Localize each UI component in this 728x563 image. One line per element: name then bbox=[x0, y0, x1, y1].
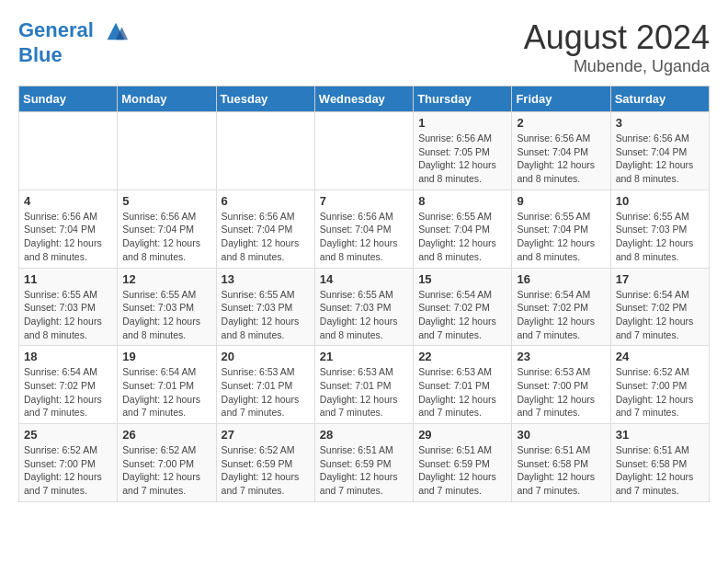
calendar-cell: 25Sunrise: 6:52 AM Sunset: 7:00 PM Dayli… bbox=[19, 424, 118, 502]
logo: General Blue bbox=[18, 18, 129, 66]
day-number: 23 bbox=[517, 350, 605, 363]
day-info: Sunrise: 6:54 AM Sunset: 7:02 PM Dayligh… bbox=[616, 288, 704, 342]
calendar-cell: 8Sunrise: 6:55 AM Sunset: 7:04 PM Daylig… bbox=[414, 190, 512, 268]
day-info: Sunrise: 6:56 AM Sunset: 7:04 PM Dayligh… bbox=[122, 210, 210, 264]
day-number: 16 bbox=[517, 272, 605, 286]
day-number: 30 bbox=[517, 428, 605, 442]
col-header-thursday: Thursday bbox=[414, 86, 512, 112]
week-row-2: 4Sunrise: 6:56 AM Sunset: 7:04 PM Daylig… bbox=[19, 190, 710, 268]
calendar-cell: 13Sunrise: 6:55 AM Sunset: 7:03 PM Dayli… bbox=[216, 268, 314, 346]
day-info: Sunrise: 6:52 AM Sunset: 6:59 PM Dayligh… bbox=[222, 443, 310, 498]
calendar-cell bbox=[118, 112, 216, 190]
calendar-cell: 11Sunrise: 6:55 AM Sunset: 7:03 PM Dayli… bbox=[19, 268, 118, 346]
col-header-saturday: Saturday bbox=[610, 86, 709, 112]
calendar-table: SundayMondayTuesdayWednesdayThursdayFrid… bbox=[18, 86, 710, 502]
calendar-cell bbox=[216, 112, 314, 190]
calendar-cell: 17Sunrise: 6:54 AM Sunset: 7:02 PM Dayli… bbox=[610, 268, 709, 346]
day-number: 5 bbox=[122, 194, 210, 208]
calendar-cell: 31Sunrise: 6:51 AM Sunset: 6:58 PM Dayli… bbox=[610, 424, 709, 502]
calendar-cell: 24Sunrise: 6:52 AM Sunset: 7:00 PM Dayli… bbox=[610, 346, 709, 424]
day-info: Sunrise: 6:54 AM Sunset: 7:02 PM Dayligh… bbox=[418, 288, 506, 342]
calendar-cell: 22Sunrise: 6:53 AM Sunset: 7:01 PM Dayli… bbox=[414, 346, 512, 424]
day-info: Sunrise: 6:55 AM Sunset: 7:04 PM Dayligh… bbox=[418, 210, 506, 264]
day-number: 29 bbox=[418, 428, 506, 442]
day-number: 12 bbox=[122, 272, 210, 286]
calendar-cell: 23Sunrise: 6:53 AM Sunset: 7:00 PM Dayli… bbox=[512, 346, 610, 424]
day-number: 11 bbox=[24, 272, 112, 286]
main-title: August 2024 bbox=[524, 18, 710, 57]
day-number: 14 bbox=[320, 272, 408, 286]
logo-blue: Blue bbox=[18, 43, 63, 66]
calendar-cell: 27Sunrise: 6:52 AM Sunset: 6:59 PM Dayli… bbox=[216, 424, 314, 502]
col-header-wednesday: Wednesday bbox=[314, 86, 413, 112]
day-info: Sunrise: 6:55 AM Sunset: 7:03 PM Dayligh… bbox=[222, 288, 310, 342]
week-row-3: 11Sunrise: 6:55 AM Sunset: 7:03 PM Dayli… bbox=[19, 268, 710, 346]
day-number: 26 bbox=[122, 428, 210, 442]
day-info: Sunrise: 6:55 AM Sunset: 7:03 PM Dayligh… bbox=[122, 288, 210, 342]
calendar-cell: 16Sunrise: 6:54 AM Sunset: 7:02 PM Dayli… bbox=[512, 268, 610, 346]
day-info: Sunrise: 6:53 AM Sunset: 7:01 PM Dayligh… bbox=[320, 365, 408, 419]
col-header-tuesday: Tuesday bbox=[216, 86, 314, 112]
week-row-4: 18Sunrise: 6:54 AM Sunset: 7:02 PM Dayli… bbox=[19, 346, 710, 424]
calendar-cell: 19Sunrise: 6:54 AM Sunset: 7:01 PM Dayli… bbox=[118, 346, 216, 424]
col-header-sunday: Sunday bbox=[19, 86, 118, 112]
logo-general: General bbox=[18, 18, 94, 41]
calendar-cell: 29Sunrise: 6:51 AM Sunset: 6:59 PM Dayli… bbox=[414, 424, 512, 502]
calendar-cell: 28Sunrise: 6:51 AM Sunset: 6:59 PM Dayli… bbox=[314, 424, 413, 502]
day-number: 18 bbox=[24, 350, 112, 363]
page-header: General Blue August 2024 Mubende, Uganda bbox=[18, 18, 710, 76]
calendar-cell: 12Sunrise: 6:55 AM Sunset: 7:03 PM Dayli… bbox=[118, 268, 216, 346]
calendar-cell: 1Sunrise: 6:56 AM Sunset: 7:05 PM Daylig… bbox=[414, 112, 512, 190]
day-number: 21 bbox=[320, 350, 408, 363]
day-number: 10 bbox=[616, 194, 704, 208]
calendar-cell: 14Sunrise: 6:55 AM Sunset: 7:03 PM Dayli… bbox=[314, 268, 413, 346]
calendar-header-row: SundayMondayTuesdayWednesdayThursdayFrid… bbox=[19, 86, 710, 112]
week-row-5: 25Sunrise: 6:52 AM Sunset: 7:00 PM Dayli… bbox=[19, 424, 710, 502]
day-number: 31 bbox=[616, 428, 704, 442]
day-number: 3 bbox=[616, 116, 704, 130]
week-row-1: 1Sunrise: 6:56 AM Sunset: 7:05 PM Daylig… bbox=[19, 112, 710, 190]
logo-icon bbox=[103, 18, 129, 44]
day-number: 2 bbox=[517, 116, 605, 130]
day-info: Sunrise: 6:54 AM Sunset: 7:02 PM Dayligh… bbox=[24, 365, 112, 419]
col-header-friday: Friday bbox=[512, 86, 610, 112]
day-info: Sunrise: 6:56 AM Sunset: 7:05 PM Dayligh… bbox=[418, 132, 506, 186]
day-number: 4 bbox=[24, 194, 112, 208]
calendar-cell: 5Sunrise: 6:56 AM Sunset: 7:04 PM Daylig… bbox=[118, 190, 216, 268]
calendar-cell: 4Sunrise: 6:56 AM Sunset: 7:04 PM Daylig… bbox=[19, 190, 118, 268]
day-info: Sunrise: 6:56 AM Sunset: 7:04 PM Dayligh… bbox=[24, 210, 112, 264]
calendar-cell: 21Sunrise: 6:53 AM Sunset: 7:01 PM Dayli… bbox=[314, 346, 413, 424]
day-info: Sunrise: 6:51 AM Sunset: 6:59 PM Dayligh… bbox=[418, 443, 506, 498]
day-number: 20 bbox=[222, 350, 310, 363]
calendar-cell: 18Sunrise: 6:54 AM Sunset: 7:02 PM Dayli… bbox=[19, 346, 118, 424]
day-info: Sunrise: 6:56 AM Sunset: 7:04 PM Dayligh… bbox=[222, 210, 310, 264]
day-info: Sunrise: 6:51 AM Sunset: 6:58 PM Dayligh… bbox=[517, 443, 605, 498]
calendar-cell: 20Sunrise: 6:53 AM Sunset: 7:01 PM Dayli… bbox=[216, 346, 314, 424]
day-info: Sunrise: 6:52 AM Sunset: 7:00 PM Dayligh… bbox=[616, 365, 704, 419]
calendar-cell: 7Sunrise: 6:56 AM Sunset: 7:04 PM Daylig… bbox=[314, 190, 413, 268]
day-info: Sunrise: 6:51 AM Sunset: 6:59 PM Dayligh… bbox=[320, 443, 408, 498]
day-number: 1 bbox=[418, 116, 506, 130]
day-info: Sunrise: 6:55 AM Sunset: 7:04 PM Dayligh… bbox=[517, 210, 605, 264]
day-info: Sunrise: 6:54 AM Sunset: 7:02 PM Dayligh… bbox=[517, 288, 605, 342]
day-info: Sunrise: 6:52 AM Sunset: 7:00 PM Dayligh… bbox=[122, 443, 210, 498]
day-info: Sunrise: 6:52 AM Sunset: 7:00 PM Dayligh… bbox=[24, 443, 112, 498]
day-number: 27 bbox=[222, 428, 310, 442]
day-number: 13 bbox=[222, 272, 310, 286]
day-number: 28 bbox=[320, 428, 408, 442]
day-info: Sunrise: 6:53 AM Sunset: 7:00 PM Dayligh… bbox=[517, 365, 605, 419]
title-block: August 2024 Mubende, Uganda bbox=[524, 18, 710, 76]
day-number: 24 bbox=[616, 350, 704, 363]
day-info: Sunrise: 6:55 AM Sunset: 7:03 PM Dayligh… bbox=[616, 210, 704, 264]
day-number: 19 bbox=[122, 350, 210, 363]
day-info: Sunrise: 6:55 AM Sunset: 7:03 PM Dayligh… bbox=[320, 288, 408, 342]
col-header-monday: Monday bbox=[118, 86, 216, 112]
calendar-cell: 26Sunrise: 6:52 AM Sunset: 7:00 PM Dayli… bbox=[118, 424, 216, 502]
sub-title: Mubende, Uganda bbox=[524, 57, 710, 76]
day-info: Sunrise: 6:54 AM Sunset: 7:01 PM Dayligh… bbox=[122, 365, 210, 419]
day-number: 22 bbox=[418, 350, 506, 363]
day-info: Sunrise: 6:56 AM Sunset: 7:04 PM Dayligh… bbox=[320, 210, 408, 264]
day-number: 15 bbox=[418, 272, 506, 286]
day-info: Sunrise: 6:53 AM Sunset: 7:01 PM Dayligh… bbox=[418, 365, 506, 419]
day-number: 7 bbox=[320, 194, 408, 208]
